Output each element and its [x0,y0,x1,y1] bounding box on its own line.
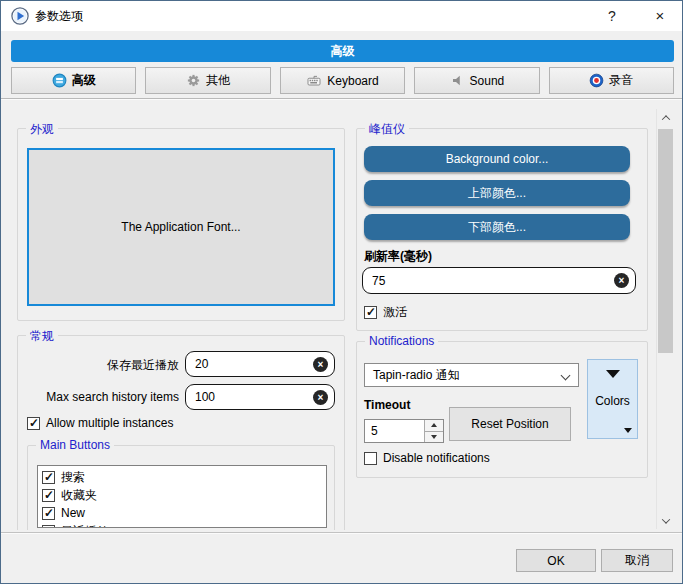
gear-icon [186,73,201,88]
tab-label: Sound [470,74,505,88]
down-arrow-icon [431,435,437,439]
advanced-icon [52,73,67,88]
chevron-down-icon [661,515,669,523]
tab-keyboard[interactable]: Keyboard [280,67,405,94]
title-bar: 参数选项 ? × [1,1,683,31]
timeout-value: 5 [365,420,424,442]
refresh-rate-label: 刷新率(毫秒) [364,248,432,265]
tab-recording[interactable]: 录音 [549,67,674,94]
tab-separator [1,98,683,100]
clear-icon[interactable] [614,273,629,288]
application-font-button[interactable]: The Application Font... [27,148,335,306]
list-item-label: 最近播放 [61,523,109,529]
background-color-button[interactable]: Background color... [364,146,630,172]
help-button[interactable]: ? [595,1,629,31]
checkbox-box-icon [42,489,55,502]
lower-color-button[interactable]: 下部颜色... [364,214,630,240]
appearance-group-label: 外观 [26,121,58,138]
list-item-recent[interactable]: 最近播放 [42,522,326,528]
multiple-instances-label: Allow multiple instances [46,416,173,430]
reset-position-button[interactable]: Reset Position [449,407,571,441]
disable-notifications-checkbox[interactable]: Disable notifications [364,451,490,465]
peak-meter-group-label: 峰值仪 [365,121,409,138]
scroll-down-button[interactable] [657,512,674,529]
tab-label: Keyboard [327,74,378,88]
recent-played-label: 保存最近播放 [27,357,179,374]
search-history-field-wrap [185,384,335,410]
list-item-label: 收藏夹 [61,487,97,504]
tab-bar: 高级 其他 [11,67,674,94]
chevron-up-icon [661,115,669,123]
up-arrow-icon [431,423,437,427]
clear-icon[interactable] [313,357,328,372]
small-dropdown-arrow-icon [624,428,632,433]
spinner-down-button[interactable] [425,432,443,443]
recent-played-field-wrap [185,351,335,377]
list-item-favorites[interactable]: 收藏夹 [42,486,326,504]
clear-icon[interactable] [313,390,328,405]
ok-button[interactable]: OK [516,549,596,572]
page-header-banner: 高级 [11,40,674,62]
checkbox-box-icon [27,417,40,430]
chevron-down-icon [561,371,571,381]
tab-sound[interactable]: Sound [414,67,539,94]
list-item-new[interactable]: New [42,504,326,522]
list-item-label: 搜索 [61,469,85,486]
checkbox-box-icon [42,507,55,520]
vertical-scrollbar[interactable] [656,109,673,529]
main-buttons-list[interactable]: 搜索 收藏夹 New 最近播放 [37,465,327,528]
cancel-button[interactable]: 取消 [601,549,673,572]
dropdown-triangle-icon [606,370,620,378]
tab-advanced[interactable]: 高级 [11,67,136,94]
tab-label: 录音 [609,72,633,89]
scrollbar-thumb[interactable] [658,129,673,353]
peak-meter-active-label: 激活 [383,304,407,321]
application-font-button-label: The Application Font... [121,219,240,235]
general-group-label: 常规 [26,328,58,345]
colors-button-label: Colors [588,394,637,408]
list-item-label: New [61,506,85,520]
multiple-instances-checkbox[interactable]: Allow multiple instances [27,416,173,430]
main-buttons-group-label: Main Buttons [36,438,114,452]
scroll-up-button[interactable] [657,109,674,126]
timeout-label: Timeout [364,398,410,412]
speaker-icon [450,73,465,88]
content-pane: 外观 The Application Font... 常规 保存最近播放 Max… [1,101,683,530]
spinner-up-button[interactable] [425,420,443,432]
tab-label: 其他 [206,72,230,89]
checkbox-box-icon [42,471,55,484]
keyboard-icon [306,73,322,88]
colors-dropdown-button[interactable]: Colors [587,359,638,439]
search-history-label: Max search history items [27,390,179,404]
spinner-arrows [424,420,443,442]
list-item-search[interactable]: 搜索 [42,468,326,486]
tab-label: 高级 [72,72,96,89]
tab-other[interactable]: 其他 [145,67,270,94]
notification-style-dropdown[interactable]: Tapin-radio 通知 [364,363,579,387]
notifications-group-label: Notifications [365,334,438,348]
refresh-rate-input[interactable] [362,267,636,294]
checkbox-box-icon [42,525,55,529]
window-title: 参数选项 [35,1,83,31]
app-play-icon [11,7,29,25]
record-icon [589,73,604,88]
footer-separator [1,532,683,534]
disable-notifications-label: Disable notifications [383,451,490,465]
refresh-rate-field-wrap [362,267,636,294]
checkbox-box-icon [364,306,377,319]
checkbox-box-icon [364,452,377,465]
peak-meter-active-checkbox[interactable]: 激活 [364,304,407,321]
timeout-spinner[interactable]: 5 [364,419,444,443]
close-button[interactable]: × [643,1,677,31]
upper-color-button[interactable]: 上部颜色... [364,180,630,206]
options-dialog: 参数选项 ? × 高级 高级 [0,0,683,584]
notification-style-value: Tapin-radio 通知 [373,367,460,384]
